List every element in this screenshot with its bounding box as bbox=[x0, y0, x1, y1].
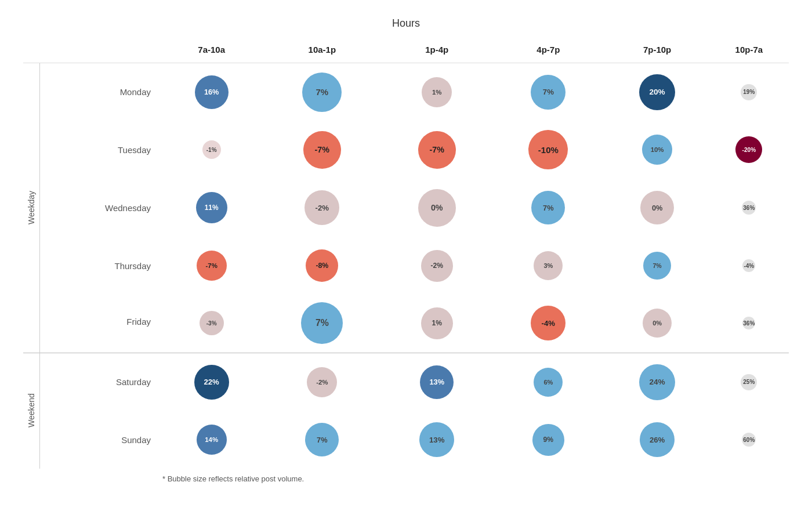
cell-0-2-4: 0% bbox=[606, 179, 709, 237]
bubble-0-4-1: 7% bbox=[301, 302, 343, 344]
col-header-5: 10p-7a bbox=[709, 39, 789, 63]
bubble-0-1-5: -20% bbox=[735, 136, 762, 163]
chart-container: 7a-10a 10a-1p 1p-4p 4p-7p 7p-10p 10p-7a … bbox=[23, 39, 789, 484]
col-header-2: 1p-4p bbox=[382, 39, 491, 63]
table-row: Sunday14%7%13%9%26%60% bbox=[23, 411, 789, 469]
cell-1-1-5: 60% bbox=[709, 411, 789, 469]
cell-0-3-4: 7% bbox=[606, 237, 709, 295]
bubble-1-0-1: -2% bbox=[307, 367, 337, 397]
col-header-1: 10a-1p bbox=[262, 39, 382, 63]
bubble-0-2-2: 0% bbox=[418, 189, 456, 227]
bubble-1-1-5: 60% bbox=[742, 433, 756, 447]
bubble-0-4-4: 0% bbox=[643, 309, 672, 338]
cell-0-4-0: -3% bbox=[161, 295, 262, 353]
row-label-spacer bbox=[39, 39, 161, 63]
cell-0-2-3: 7% bbox=[491, 179, 605, 237]
bubble-0-0-5: 19% bbox=[741, 84, 757, 100]
bubble-0-0-1: 7% bbox=[302, 72, 342, 112]
bubble-0-4-5: 36% bbox=[742, 317, 755, 329]
bubble-1-1-3: 9% bbox=[532, 424, 564, 456]
group-label-1: Weekend bbox=[23, 353, 39, 469]
bubble-0-4-3: -4% bbox=[531, 306, 566, 340]
bubble-0-2-3: 7% bbox=[531, 191, 565, 224]
bubble-0-0-3: 7% bbox=[531, 75, 566, 110]
cell-0-0-4: 20% bbox=[606, 63, 709, 121]
cell-0-4-5: 36% bbox=[709, 295, 789, 353]
bubble-0-2-0: 11% bbox=[196, 192, 227, 223]
cell-1-0-0: 22% bbox=[161, 353, 262, 411]
cell-1-0-4: 24% bbox=[606, 353, 709, 411]
bubble-0-3-5: -4% bbox=[742, 259, 755, 272]
bubble-0-3-0: -7% bbox=[197, 251, 227, 281]
cell-0-1-1: -7% bbox=[262, 121, 382, 179]
bubble-0-4-2: 1% bbox=[421, 307, 453, 339]
cell-0-3-1: -8% bbox=[262, 237, 382, 295]
day-label-0-3: Thursday bbox=[39, 237, 161, 295]
bubble-0-0-4: 20% bbox=[639, 74, 675, 110]
cell-0-0-0: 16% bbox=[161, 63, 262, 121]
bubble-0-3-1: -8% bbox=[306, 249, 338, 282]
bubble-0-1-4: 10% bbox=[642, 135, 672, 165]
col-header-4: 7p-10p bbox=[606, 39, 709, 63]
bubble-0-1-1: -7% bbox=[303, 131, 341, 169]
cell-0-0-2: 1% bbox=[382, 63, 491, 121]
bubble-0-2-5: 36% bbox=[742, 201, 756, 215]
group-label-spacer bbox=[23, 39, 39, 63]
bubble-1-0-3: 6% bbox=[534, 368, 563, 397]
cell-0-1-0: -1% bbox=[161, 121, 262, 179]
cell-0-1-2: -7% bbox=[382, 121, 491, 179]
cell-1-1-2: 13% bbox=[382, 411, 491, 469]
bubble-0-3-2: -2% bbox=[421, 250, 453, 282]
bubble-0-0-0: 16% bbox=[195, 75, 229, 109]
table-row: WeekdayMonday16%7%1%7%20%19% bbox=[23, 63, 789, 121]
cell-0-1-3: -10% bbox=[491, 121, 605, 179]
cell-0-4-2: 1% bbox=[382, 295, 491, 353]
cell-0-0-1: 7% bbox=[262, 63, 382, 121]
cell-0-0-5: 19% bbox=[709, 63, 789, 121]
table-row: Wednesday11%-2%0%7%0%36% bbox=[23, 179, 789, 237]
cell-0-2-5: 36% bbox=[709, 179, 789, 237]
bubble-0-1-3: -10% bbox=[528, 130, 568, 169]
day-label-0-0: Monday bbox=[39, 63, 161, 121]
cell-0-3-5: -4% bbox=[709, 237, 789, 295]
day-label-0-2: Wednesday bbox=[39, 179, 161, 237]
cell-0-2-2: 0% bbox=[382, 179, 491, 237]
footnote: * Bubble size reflects relative post vol… bbox=[23, 474, 789, 483]
cell-1-0-1: -2% bbox=[262, 353, 382, 411]
bubble-0-2-4: 0% bbox=[640, 191, 674, 224]
bubble-1-1-1: 7% bbox=[305, 423, 339, 456]
day-label-1-1: Sunday bbox=[39, 411, 161, 469]
bubble-1-0-4: 24% bbox=[639, 364, 675, 400]
cell-1-1-0: 14% bbox=[161, 411, 262, 469]
bubble-1-0-0: 22% bbox=[194, 365, 229, 400]
cell-1-0-2: 13% bbox=[382, 353, 491, 411]
cell-1-1-3: 9% bbox=[491, 411, 605, 469]
bubble-0-0-2: 1% bbox=[422, 77, 452, 107]
cell-0-3-0: -7% bbox=[161, 237, 262, 295]
bubble-1-0-5: 25% bbox=[741, 374, 757, 390]
cell-0-1-4: 10% bbox=[606, 121, 709, 179]
bubble-1-1-4: 26% bbox=[640, 422, 675, 457]
bubble-1-0-2: 13% bbox=[420, 365, 454, 399]
group-label-0: Weekday bbox=[23, 63, 39, 353]
cell-0-4-3: -4% bbox=[491, 295, 605, 353]
cell-1-1-4: 26% bbox=[606, 411, 709, 469]
bubble-0-3-4: 7% bbox=[643, 252, 671, 280]
chart-title: Hours bbox=[0, 17, 812, 30]
cell-0-3-2: -2% bbox=[382, 237, 491, 295]
table-row: Friday-3%7%1%-4%0%36% bbox=[23, 295, 789, 353]
column-header-row: 7a-10a 10a-1p 1p-4p 4p-7p 7p-10p 10p-7a bbox=[23, 39, 789, 63]
bubble-0-1-0: -1% bbox=[202, 140, 221, 159]
table-row: Tuesday-1%-7%-7%-10%10%-20% bbox=[23, 121, 789, 179]
day-label-1-0: Saturday bbox=[39, 353, 161, 411]
bubble-1-1-0: 14% bbox=[197, 425, 227, 455]
cell-1-0-5: 25% bbox=[709, 353, 789, 411]
bubble-0-2-1: -2% bbox=[304, 190, 339, 225]
cell-0-0-3: 7% bbox=[491, 63, 605, 121]
col-header-0: 7a-10a bbox=[161, 39, 262, 63]
bubble-0-1-2: -7% bbox=[418, 131, 456, 169]
bubble-0-3-3: 3% bbox=[534, 251, 563, 280]
day-label-0-4: Friday bbox=[39, 295, 161, 353]
table-row: WeekendSaturday22%-2%13%6%24%25% bbox=[23, 353, 789, 411]
bubble-1-1-2: 13% bbox=[419, 422, 454, 457]
